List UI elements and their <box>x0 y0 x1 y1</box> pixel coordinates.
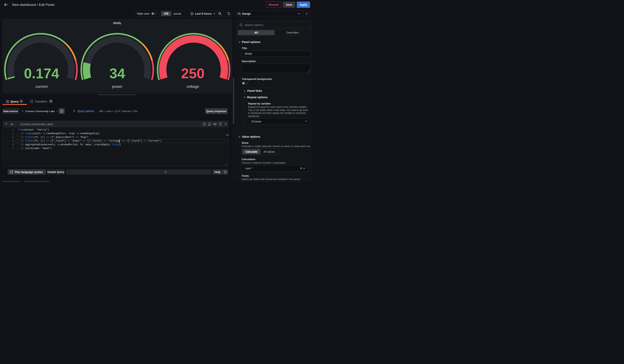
svg-text:0.174: 0.174 <box>24 66 59 81</box>
svg-text:250: 250 <box>181 66 205 81</box>
svg-text:voltage: voltage <box>186 84 199 89</box>
svg-text:34: 34 <box>109 66 125 81</box>
svg-text:79: 79 <box>238 13 239 15</box>
svg-text:power: power <box>112 84 123 89</box>
svg-text:current: current <box>35 84 48 89</box>
